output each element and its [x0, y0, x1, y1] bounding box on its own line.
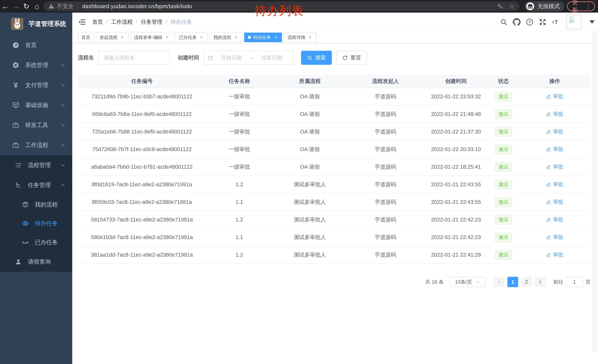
- browser-menu-icon[interactable]: ⋮: [585, 3, 591, 9]
- edit-pen-icon: [546, 129, 551, 134]
- tab-process-detail[interactable]: 流程详情×: [284, 32, 316, 42]
- cell-actions: 审批: [519, 211, 590, 228]
- incognito-badge: 无痕模式: [524, 1, 565, 11]
- tab-done-tasks[interactable]: 已办任务×: [175, 32, 208, 42]
- close-icon[interactable]: ×: [273, 35, 278, 40]
- sidebar-item-task-mgmt[interactable]: 任务管理: [0, 175, 72, 195]
- start-date-placeholder: 开始日期: [213, 54, 249, 61]
- approve-button[interactable]: 审批: [546, 163, 563, 170]
- cell-process: 测试多审批人: [273, 246, 347, 264]
- search-button[interactable]: 搜索: [301, 51, 332, 65]
- font-size-icon[interactable]: TT: [552, 18, 559, 26]
- date-range-input[interactable]: 开始日期 - 结束日期: [204, 51, 294, 65]
- sidebar-item-payment[interactable]: ¥ 支付管理: [0, 75, 72, 95]
- fullscreen-icon[interactable]: [539, 18, 547, 26]
- breadcrumb-workflow[interactable]: 工作流程: [111, 18, 133, 26]
- cell-status: 激活: [488, 140, 519, 158]
- sidebar-item-todo-tasks[interactable]: 待办任务: [0, 214, 72, 233]
- address-bar[interactable]: 不安全 dashboard.yudao.iocoder.cn/bpm/task/…: [43, 1, 520, 11]
- sidebar-item-done-tasks[interactable]: 已办任务: [0, 233, 72, 252]
- close-icon[interactable]: ×: [120, 35, 125, 40]
- close-icon[interactable]: ×: [199, 35, 204, 40]
- close-icon[interactable]: ×: [165, 35, 170, 40]
- help-icon[interactable]: ?: [526, 18, 533, 26]
- table-row: 8f059c03-7ac8-11ec-a9e2-a2380e71991a 1.1…: [78, 193, 590, 211]
- table-row: 58154733-7ac8-11ec-a9e2-a2380e71991a 1.2…: [78, 211, 590, 228]
- tab-my-process[interactable]: 我的流程×: [210, 32, 242, 42]
- scrollbar-track[interactable]: [592, 32, 598, 351]
- cell-status: 激活: [488, 193, 519, 211]
- cell-starter: 芋道源码: [347, 88, 424, 105]
- cell-create-time: 2022-01-22 21:48:48: [424, 105, 488, 123]
- password-key-icon[interactable]: [497, 3, 503, 9]
- incognito-icon: [526, 2, 534, 11]
- cell-actions: 审批: [519, 88, 590, 105]
- navbar-tools: ? TT: [500, 15, 595, 29]
- page-1-button[interactable]: 1: [507, 277, 518, 287]
- browser-reload-icon[interactable]: ↻: [21, 0, 32, 13]
- cell-task-name: 1.1: [206, 193, 273, 211]
- breadcrumb-task-mgmt[interactable]: 任务管理: [141, 18, 162, 26]
- approve-button[interactable]: 审批: [546, 111, 563, 118]
- cell-starter: 芋道源码: [347, 211, 424, 228]
- next-page-button[interactable]: ›: [535, 277, 546, 287]
- search-icon[interactable]: [500, 18, 507, 26]
- approve-button[interactable]: 审批: [546, 216, 563, 223]
- cell-actions: 审批: [519, 140, 590, 158]
- avatar[interactable]: [566, 15, 581, 29]
- cell-process: 测试多审批人: [273, 193, 347, 211]
- prev-page-button[interactable]: ‹: [494, 277, 505, 287]
- sidebar-item-my-process[interactable]: 我的流程: [0, 195, 72, 214]
- browser-back-icon[interactable]: ←: [0, 0, 11, 13]
- sidebar-fold-icon[interactable]: [78, 18, 86, 26]
- approve-button[interactable]: 审批: [546, 198, 563, 205]
- tab-todo-tasks[interactable]: 待办任务×: [244, 32, 282, 42]
- sidebar-item-infrastructure[interactable]: 基础设施: [0, 95, 72, 115]
- reset-button[interactable]: 重置: [336, 51, 367, 65]
- sidebar-item-leave-query[interactable]: 请假查询: [0, 252, 72, 272]
- sidebar: 芋道管理系统 首页 系统管理 ¥ 支付管理 基础设施 研发工具 工作流程 流程管…: [0, 13, 72, 364]
- browser-home-icon[interactable]: ⌂: [32, 0, 42, 13]
- tab-start-process[interactable]: 发起流程×: [96, 32, 129, 42]
- chevron-down-icon: [60, 122, 66, 128]
- approve-button[interactable]: 审批: [546, 251, 563, 258]
- sidebar-item-process-mgmt[interactable]: 流程管理: [0, 155, 72, 175]
- approve-button[interactable]: 审批: [546, 93, 563, 100]
- avatar-caret-icon[interactable]: [590, 20, 595, 24]
- table-row: 725a1eb6-7b88-11ec-8ef0-acde48001122 一级审…: [78, 123, 590, 140]
- cell-create-time: 2022-01-21 22:42:23: [424, 211, 488, 228]
- approve-button[interactable]: 审批: [546, 128, 563, 135]
- chevron-up-icon: [60, 143, 66, 148]
- yen-icon: ¥: [11, 81, 20, 89]
- process-name-input[interactable]: [98, 51, 170, 65]
- browser-forward-icon[interactable]: →: [11, 0, 21, 13]
- sidebar-item-system[interactable]: 系统管理: [0, 55, 72, 75]
- create-time-label: 创建时间: [178, 54, 199, 61]
- sidebar-item-devtools[interactable]: 研发工具: [0, 115, 72, 135]
- approve-button[interactable]: 审批: [546, 146, 563, 153]
- table-row: 73211d9d-7b9b-11ec-b5b7-acde48001122 一级审…: [78, 88, 590, 105]
- approve-button[interactable]: 审批: [546, 181, 563, 188]
- cell-task-name: 一级审批: [206, 105, 273, 123]
- page-size-select[interactable]: 10条/页: [449, 277, 486, 287]
- active-dot: [248, 36, 251, 39]
- github-icon[interactable]: [513, 18, 521, 26]
- approve-button[interactable]: 审批: [546, 234, 563, 241]
- tab-form-edit[interactable]: 流程表单-编辑×: [130, 32, 173, 42]
- browser-update-button[interactable]: 更新 ⋮: [567, 1, 595, 11]
- cell-task-id: 580e1b3d-7ac8-11ec-a9e2-a2380e71991a: [78, 228, 206, 246]
- sidebar-item-workflow[interactable]: 工作流程: [0, 135, 72, 155]
- page-2-button[interactable]: 2: [521, 277, 532, 287]
- tab-home[interactable]: 首页: [78, 32, 94, 42]
- bookmark-star-icon[interactable]: ☆: [508, 3, 515, 10]
- app-logo-row[interactable]: 芋道管理系统: [0, 13, 72, 35]
- url-text: dashboard.yudao.iocoder.cn/bpm/task/todo: [82, 3, 192, 9]
- breadcrumb-home[interactable]: 首页: [92, 18, 103, 26]
- cell-task-id: 381aa1dd-7ac8-11ec-a9e2-a2380e71991a: [78, 246, 206, 264]
- security-warning-icon: [48, 3, 54, 9]
- goto-page-input[interactable]: [566, 277, 583, 287]
- close-icon[interactable]: ×: [233, 35, 239, 40]
- close-icon[interactable]: ×: [307, 35, 313, 40]
- cell-create-time: 2022-01-22 21:37:30: [424, 123, 488, 140]
- sidebar-item-home[interactable]: 首页: [0, 35, 72, 55]
